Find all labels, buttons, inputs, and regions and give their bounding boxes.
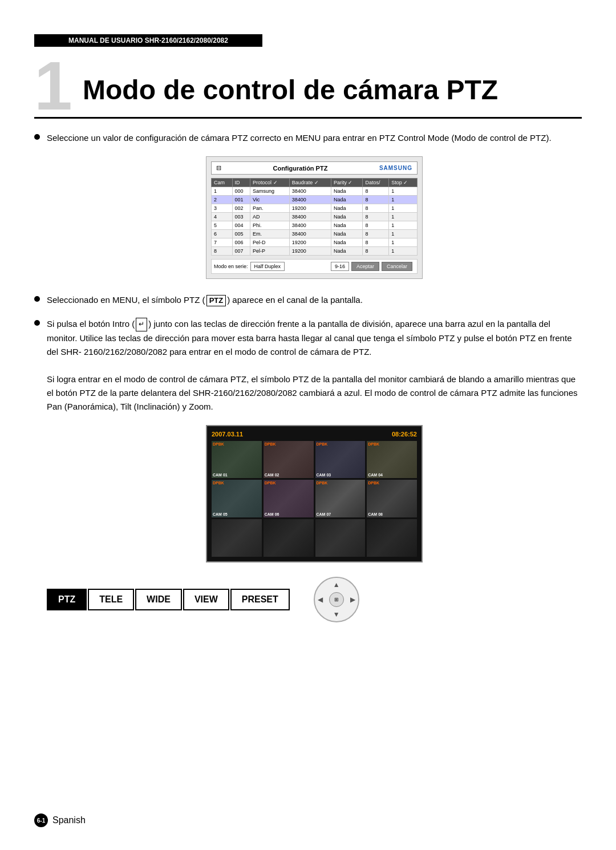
cam-num: CAM 01: [213, 473, 228, 477]
cam-cell-inner: [367, 519, 417, 557]
bullet-dot-2: [34, 296, 40, 302]
cam-cell: [315, 519, 366, 557]
table-cell: Nada: [331, 221, 363, 230]
table-cell: 19200: [289, 247, 331, 256]
table-cell: 007: [232, 247, 250, 256]
table-cell: 7: [212, 238, 233, 247]
cancel-button[interactable]: Cancelar: [382, 262, 412, 271]
table-cell: 8: [363, 196, 389, 204]
camera-grid-box: 2007.03.11 08:26:52 DPBKCAM 01DPBKCAM 02…: [206, 425, 423, 562]
table-cell: Nada: [331, 230, 363, 238]
dpad-circle: ▲ ▼ ◀ ▶ ⊞: [314, 577, 359, 622]
table-cell: 000: [232, 187, 250, 196]
table-cell: Pel-P: [250, 247, 290, 256]
table-cell: 8: [363, 230, 389, 238]
cam-label: DPBK: [213, 481, 224, 485]
table-cell: 1: [389, 213, 418, 221]
cam-cell: [212, 519, 262, 557]
cam-num: CAM 06: [265, 512, 279, 516]
cam-cell-inner: [212, 519, 262, 557]
dpad-down-arrow[interactable]: ▼: [333, 610, 340, 618]
table-row: 8007Pel-P19200Nada81: [212, 247, 418, 256]
cam-cell-inner: [315, 519, 366, 557]
table-cell: 003: [232, 213, 250, 221]
cam-label: DPBK: [368, 442, 379, 446]
dpad-center-button[interactable]: ⊞: [329, 592, 344, 607]
table-cell: 8: [363, 238, 389, 247]
table-cell: 1: [389, 187, 418, 196]
tele-button[interactable]: TELE: [88, 589, 134, 610]
cam-label: DPBK: [368, 481, 379, 485]
bullet-dot-1: [34, 134, 40, 140]
table-cell: 1: [389, 196, 418, 204]
dpad-center-icon: ⊞: [334, 597, 339, 602]
table-cell: 005: [232, 230, 250, 238]
bullet-item-2: Seleccionado en MENU, el símbolo PTZ (PT…: [34, 293, 582, 307]
accept-button[interactable]: Aceptar: [351, 262, 379, 271]
config-footer: Modo en serie: Half Duplex 9-16 Aceptar …: [211, 259, 418, 274]
page-container: MANUAL DE USUARIO SHR-2160/2162/2080/208…: [0, 0, 616, 850]
table-cell: 38400: [289, 221, 331, 230]
cam-num: CAM 03: [317, 473, 331, 477]
bullet3-extra: Si logra entrar en el modo de control de…: [47, 374, 578, 411]
mode-label: Modo en serie:: [214, 264, 248, 269]
ptz-button[interactable]: PTZ: [47, 589, 87, 610]
cam-cell: DPBKCAM 03: [315, 441, 366, 479]
table-cell: Nada: [331, 204, 363, 213]
camera-grid: DPBKCAM 01DPBKCAM 02DPBKCAM 03DPBKCAM 04…: [212, 441, 417, 557]
cam-label: DPBK: [265, 481, 276, 485]
camera-grid-wrapper: 2007.03.11 08:26:52 DPBKCAM 01DPBKCAM 02…: [47, 425, 582, 562]
cam-label: DPBK: [213, 442, 224, 446]
table-cell: 8: [363, 187, 389, 196]
content-area: Seleccione un valor de configuración de …: [34, 131, 582, 622]
cam-cell: [367, 519, 417, 557]
cam-num: CAM 07: [317, 512, 331, 516]
table-row: 5004Phi.38400Nada81: [212, 221, 418, 230]
table-cell: 1: [389, 221, 418, 230]
view-button[interactable]: VIEW: [183, 589, 229, 610]
table-cell: 1: [389, 230, 418, 238]
table-cell: Nada: [331, 196, 363, 204]
table-cell: 19200: [289, 204, 331, 213]
cam-cell: DPBKCAM 02: [264, 441, 314, 479]
header-bar: MANUAL DE USUARIO SHR-2160/2162/2080/208…: [34, 34, 262, 47]
config-header-title: Configuratión PTZ: [273, 165, 327, 172]
table-cell: Nada: [331, 247, 363, 256]
col-datos: Datos/: [363, 179, 389, 187]
config-table-wrapper: ⊟ Configuratión PTZ SAMSUNG Cam ID Proto…: [47, 156, 582, 279]
samsung-logo: SAMSUNG: [379, 165, 412, 171]
table-cell: 006: [232, 238, 250, 247]
table-cell: Nada: [331, 213, 363, 221]
cam-cell: [264, 519, 314, 557]
bullet-item-3: Si pulsa el botón Intro (↵) junto con la…: [34, 317, 582, 414]
col-baudrate: Baudrate ✓: [289, 179, 331, 187]
preset-button[interactable]: PRESET: [230, 589, 290, 610]
col-protocol: Protocol ✓: [250, 179, 290, 187]
cam-num: CAM 04: [368, 473, 383, 477]
dpad-up-arrow[interactable]: ▲: [333, 581, 340, 589]
dpad-right-arrow[interactable]: ▶: [350, 596, 355, 604]
page-title: Modo de control de cámara PTZ: [83, 74, 498, 106]
wide-button[interactable]: WIDE: [135, 589, 182, 610]
footer-language: Spanish: [52, 815, 86, 825]
cam-num: CAM 05: [213, 512, 228, 516]
bullet-text-1: Seleccione un valor de configuración de …: [47, 131, 552, 145]
table-cell: 001: [232, 196, 250, 204]
table-cell: Nada: [331, 238, 363, 247]
bullet3-part1: Si pulsa el botón Intro (: [47, 319, 135, 329]
dpad-left-arrow[interactable]: ◀: [318, 596, 323, 604]
table-row: 1000Samsung38400Nada81: [212, 187, 418, 196]
col-stop: Stop ✓: [389, 179, 418, 187]
half-duplex-button[interactable]: Half Duplex: [250, 262, 285, 271]
table-cell: Em.: [250, 230, 290, 238]
config-header: ⊟ Configuratión PTZ SAMSUNG: [211, 161, 418, 175]
table-row: 6005Em.38400Nada81: [212, 230, 418, 238]
col-parity: Parity ✓: [331, 179, 363, 187]
chapter-number: 1: [34, 51, 72, 120]
cam-cell: DPBKCAM 01: [212, 441, 262, 479]
footer-badge: 6-1: [34, 813, 48, 827]
cam-label: DPBK: [265, 442, 276, 446]
cam-cell: DPBKCAM 05: [212, 480, 262, 517]
cam-cell: DPBKCAM 06: [264, 480, 314, 517]
config-icon: ⊟: [216, 164, 221, 172]
